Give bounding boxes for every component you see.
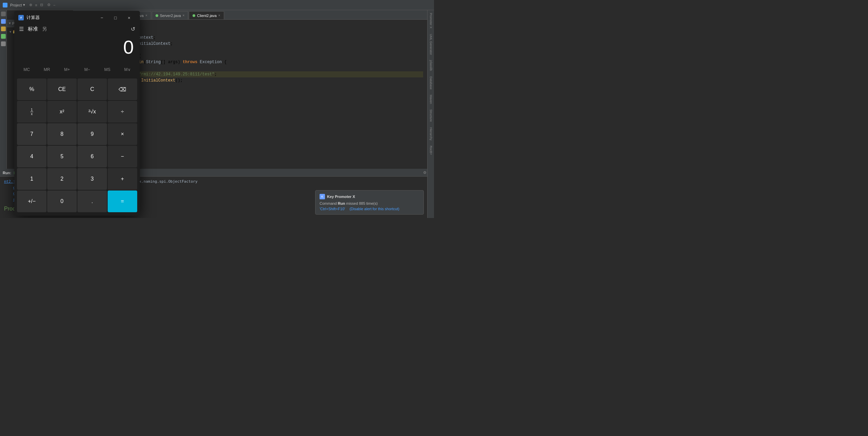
calc-history-icon[interactable]: ↺ <box>131 26 135 32</box>
minimize-btn[interactable]: − <box>53 3 55 7</box>
calc-minimize-btn[interactable]: − <box>95 13 109 22</box>
calc-mem-mplus[interactable]: M+ <box>57 64 77 75</box>
tab-client2[interactable]: Client2.java × <box>189 11 224 19</box>
calc-btn-divide[interactable]: ÷ <box>108 101 137 123</box>
calculator: # 计算器 − □ × ☰ 标准 另 ↺ 0 MC MR M+ M− MS M∨… <box>14 11 140 216</box>
calc-maximize-btn[interactable]: □ <box>109 13 122 22</box>
kp-actions: 'Ctrl+Shift+F10' (Disable alert for this… <box>320 207 419 211</box>
sidebar-debug-icon[interactable] <box>1 26 6 31</box>
calc-display: 0 <box>14 34 140 63</box>
sidebar-favorites-icon[interactable] <box>1 41 6 46</box>
calc-btn-6[interactable]: 6 <box>77 146 107 167</box>
calc-mem-mminus[interactable]: M− <box>77 64 97 75</box>
run-label: Run: <box>3 171 11 175</box>
calc-header-left: ☰ 标准 另 <box>19 26 47 32</box>
calc-btn-negate[interactable]: +/− <box>17 190 47 212</box>
top-bar: Project ▾ ⊕ ≡ ⊟ ⚙ − <box>0 0 434 10</box>
sidebar-uml[interactable]: UML Generator <box>429 33 433 56</box>
tab-close-user[interactable]: × <box>145 14 147 17</box>
tab-close-client[interactable]: × <box>218 14 220 17</box>
expand-icon: ▾ <box>9 21 11 25</box>
calc-btn-backspace[interactable]: ⌫ <box>108 78 137 100</box>
sidebar-project-icon[interactable] <box>1 12 6 16</box>
kp-disable[interactable]: (Disable alert for this shortcut) <box>349 207 399 211</box>
calc-btn-3[interactable]: 3 <box>77 168 107 190</box>
calc-btn-8[interactable]: 8 <box>47 123 77 145</box>
calc-btn-sqrt[interactable]: ²√x <box>77 101 107 123</box>
calc-sci-icon[interactable]: 另 <box>42 26 47 32</box>
sidebar-database[interactable]: Database <box>429 75 433 91</box>
tab-dot-server <box>156 14 158 17</box>
kp-message: Command Run missed 885 time(s) <box>320 201 419 205</box>
tab-label-server: Server2.java <box>160 14 181 18</box>
calc-btn-subtract[interactable]: − <box>108 146 137 167</box>
calc-btn-5[interactable]: 5 <box>47 146 77 167</box>
calc-win-icon: # <box>18 15 24 20</box>
calc-btn-9[interactable]: 9 <box>77 123 107 145</box>
align-icon[interactable]: ≡ <box>35 3 37 7</box>
calc-mem-ms[interactable]: MS <box>97 64 117 75</box>
settings-icon[interactable]: ⚙ <box>47 3 51 7</box>
calc-close-btn[interactable]: × <box>122 13 136 22</box>
calc-mode-header: ☰ 标准 另 ↺ <box>14 24 140 34</box>
calc-buttons: % CE C ⌫ 1x x² ²√x ÷ 7 8 9 × 4 5 6 − 1 2… <box>14 77 140 216</box>
dropdown-arrow: ▾ <box>23 3 25 7</box>
ide-logo <box>3 3 7 7</box>
calc-display-value: 0 <box>20 38 134 57</box>
tab-dot-client <box>193 14 195 17</box>
calc-btn-reciprocal[interactable]: 1x <box>17 101 47 123</box>
calc-btn-add[interactable]: + <box>108 168 137 190</box>
sidebar-hierarchy[interactable]: Hierarchy <box>429 126 433 142</box>
calc-btn-ce[interactable]: CE <box>47 78 77 100</box>
tab-server2[interactable]: Server2.java × <box>152 11 188 19</box>
calc-btn-multiply[interactable]: × <box>108 123 137 145</box>
calc-titlebar: # 计算器 − □ × <box>14 11 140 24</box>
sidebar-jclasslib[interactable]: jclasslib <box>429 59 433 72</box>
project-name: Project <box>10 3 22 7</box>
console-settings[interactable]: ⚙ <box>423 170 427 175</box>
calc-mem-mr[interactable]: MR <box>37 64 56 75</box>
key-promoter-popup: K Key Promoter X Command Run missed 885 … <box>315 190 424 215</box>
calc-btn-square[interactable]: x² <box>47 101 77 123</box>
sidebar-git-icon[interactable] <box>1 34 6 39</box>
right-sidebar: Promoter X UML Generator jclasslib Datab… <box>427 10 434 218</box>
sidebar-rocb[interactable]: RocB+ <box>429 144 433 156</box>
calc-btn-equals[interactable]: = <box>108 190 137 212</box>
calc-btn-1[interactable]: 1 <box>17 168 47 190</box>
calc-menu-icon[interactable]: ☰ <box>19 26 24 32</box>
calc-mode-label: 标准 <box>28 26 38 32</box>
tab-label-client: Client2.java <box>197 14 216 18</box>
kp-title: Key Promoter X <box>327 195 355 199</box>
sidebar-maven[interactable]: Maven <box>429 93 433 105</box>
nav-icon[interactable]: ⊕ <box>29 3 32 7</box>
calc-btn-decimal[interactable]: . <box>77 190 107 212</box>
calc-mem-mv[interactable]: M∨ <box>118 64 137 75</box>
calc-title-text: 计算器 <box>26 15 40 21</box>
project-dropdown[interactable]: Project ▾ <box>10 3 25 7</box>
calc-btn-4[interactable]: 4 <box>17 146 47 167</box>
sidebar-run-icon[interactable] <box>1 19 6 24</box>
calc-memory-row: MC MR M+ M− MS M∨ <box>14 63 140 77</box>
split-icon[interactable]: ⊟ <box>40 3 43 7</box>
calc-mem-mc[interactable]: MC <box>17 64 36 75</box>
tab-close-server[interactable]: × <box>183 14 185 17</box>
sidebar-structure[interactable]: Structure <box>429 108 433 123</box>
calc-title-left: # 计算器 <box>18 15 40 21</box>
sidebar-promoter-x[interactable]: Promoter X <box>429 12 433 30</box>
calc-btn-percent[interactable]: % <box>17 78 47 100</box>
key-promoter-header: K Key Promoter X <box>320 194 419 199</box>
kp-shortcut[interactable]: 'Ctrl+Shift+F10' <box>320 207 345 211</box>
calc-btn-c[interactable]: C <box>77 78 107 100</box>
calc-btn-0[interactable]: 0 <box>47 190 77 212</box>
calc-btn-2[interactable]: 2 <box>47 168 77 190</box>
calc-btn-7[interactable]: 7 <box>17 123 47 145</box>
kp-icon: K <box>320 194 325 199</box>
calc-win-controls: − □ × <box>95 13 136 22</box>
kp-command: Run <box>338 201 345 205</box>
